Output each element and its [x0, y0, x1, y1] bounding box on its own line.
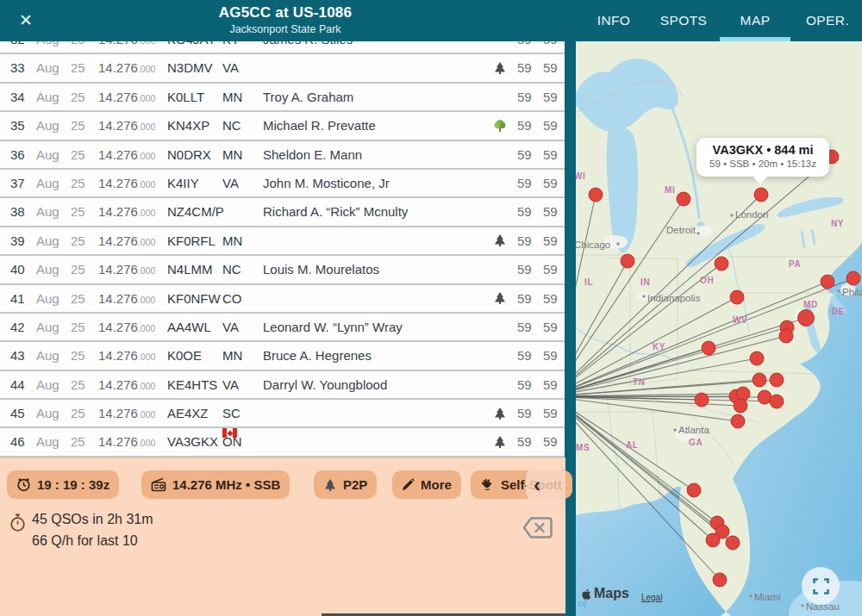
table-row[interactable]: 41Aug2514.276.000KF0NFWCO5959 [0, 285, 565, 314]
qso-operator-name: Darryl W. Youngblood [263, 371, 387, 398]
tab-spots[interactable]: SPOTS [657, 0, 710, 41]
qso-state: VA [222, 371, 239, 398]
table-row[interactable]: 38Aug2514.276.000NZ4CM/PRichard A. “Rick… [0, 198, 565, 227]
qso-rst-sent: 59 [517, 41, 532, 53]
table-row[interactable]: 40Aug2514.276.000N4LMMNCLouis M. Mourela… [0, 256, 565, 284]
clock-icon [16, 477, 31, 492]
contact-pin[interactable] [621, 254, 634, 268]
state-label: MI [665, 185, 675, 195]
contact-pin[interactable] [702, 341, 715, 355]
qso-state: ON [222, 428, 242, 455]
qso-frequency: 14.276.000 [98, 41, 155, 54]
qso-frequency: 14.276.000 [98, 141, 155, 170]
qso-month: Aug [36, 112, 59, 139]
qso-state: NC [222, 256, 241, 283]
table-row[interactable]: 44Aug2514.276.000KE4HTSVADarryl W. Young… [0, 371, 565, 400]
contact-pin[interactable] [770, 395, 784, 408]
tab-map[interactable]: MAP [733, 0, 778, 41]
tab-info[interactable]: INFO [588, 0, 640, 41]
qso-rst-rcvd: 59 [543, 342, 558, 369]
apple-icon [581, 588, 592, 600]
qso-day: 25 [71, 198, 85, 225]
contact-map[interactable]: ChicagoDetroitLondonIndianapolisAtlantaP… [576, 41, 862, 616]
legal-link[interactable]: Legal [641, 593, 662, 602]
pin-callout[interactable]: VA3GKX • 844 mi 59 • SSB • 20m • 15:13z [696, 138, 829, 177]
contact-pin[interactable] [589, 188, 603, 202]
backspace-icon[interactable] [522, 516, 553, 539]
table-row[interactable]: 35Aug2514.276.000KN4XPNCMichael R. Preva… [0, 112, 565, 140]
contact-pin[interactable] [677, 192, 690, 206]
contact-pin[interactable] [736, 387, 750, 401]
city-label: Chicago [576, 240, 610, 250]
table-row[interactable]: 46Aug2514.276.000VA3GKXON5959 [0, 428, 565, 457]
collapse-drawer-handle[interactable]: ‹ [526, 466, 565, 503]
table-row[interactable]: 42Aug2514.276.000AA4WLVALeonard W. “Lynn… [0, 314, 565, 342]
contact-pin[interactable] [731, 414, 745, 428]
qso-number: 42 [10, 314, 25, 340]
contact-pin[interactable] [750, 352, 764, 365]
qso-number: 43 [10, 342, 25, 369]
time-button[interactable]: 19 : 19 : 39z [7, 470, 119, 499]
state-label: GA [689, 438, 703, 447]
contact-pin[interactable] [695, 393, 709, 407]
qso-state: MN [222, 141, 242, 168]
qso-day: 25 [71, 54, 85, 81]
freq-mode: 14.276 MHz • SSB [172, 477, 280, 492]
p2p-button[interactable]: P2P [314, 470, 377, 499]
qso-operator-name: John M. Mosticone, Jr [263, 170, 390, 196]
qso-state: CO [222, 285, 242, 312]
qso-day: 25 [71, 112, 85, 139]
qso-number: 41 [10, 285, 25, 312]
table-row[interactable]: 37Aug2514.276.000K4IIYVAJohn M. Mosticon… [0, 170, 565, 198]
table-row[interactable]: 39Aug2514.276.000KF0RFLMN5959 [0, 227, 565, 256]
table-row[interactable]: 33Aug2514.276.000N3DMVVA5959 [0, 54, 565, 83]
qso-frequency: 14.276.000 [98, 170, 155, 198]
more-button[interactable]: More [392, 470, 461, 499]
p2p-label: P2P [343, 477, 367, 492]
qso-day: 25 [71, 84, 85, 110]
tab-oper[interactable]: OPER. [802, 0, 853, 41]
contact-pin[interactable] [713, 573, 727, 587]
table-row[interactable]: 36Aug2514.276.000N0DRXMNSheldon E. Mann5… [0, 141, 565, 170]
pota-logger-app: ✕ AG5CC at US-1086 Jacksonport State Par… [0, 0, 862, 616]
qso-month: Aug [36, 256, 59, 283]
qso-day: 25 [71, 314, 85, 340]
contact-pin[interactable] [734, 399, 747, 413]
close-icon[interactable]: ✕ [16, 10, 36, 31]
qso-log-table[interactable]: 32Aug2514.276.000KO4JAYKYJames R. Stiles… [0, 41, 565, 457]
contact-pin[interactable] [730, 290, 744, 304]
contact-pin[interactable] [753, 373, 766, 387]
contact-pin[interactable] [687, 483, 701, 497]
qso-day: 25 [71, 141, 85, 168]
table-row[interactable]: 43Aug2514.276.000K0OEMNBruce A. Hegrenes… [0, 342, 565, 370]
qso-rst-sent: 59 [517, 54, 532, 81]
qso-callsign: K0LLT [167, 84, 204, 110]
contact-pin[interactable] [754, 188, 768, 202]
table-row[interactable]: 34Aug2514.276.000K0LLTMNTroy A. Graham59… [0, 84, 565, 112]
qso-rst-rcvd: 59 [543, 198, 558, 225]
table-row[interactable]: 32Aug2514.276.000KO4JAYKYJames R. Stiles… [0, 41, 565, 54]
frequency-mode-button[interactable]: 14.276 MHz • SSB [141, 470, 290, 499]
qso-callsign: N4LMM [167, 256, 213, 283]
contact-pin[interactable] [821, 275, 834, 289]
fullscreen-button[interactable] [802, 567, 840, 605]
qso-rst-sent: 59 [517, 400, 532, 426]
contact-pin[interactable] [706, 533, 720, 547]
contact-pin[interactable] [798, 310, 815, 327]
city-label: Phila [842, 287, 862, 297]
contact-pin[interactable] [770, 373, 784, 387]
qso-frequency: 14.276.000 [98, 112, 155, 140]
qso-operator-name: Troy A. Graham [263, 84, 353, 110]
contact-pin[interactable] [846, 271, 860, 285]
city-label: Indianapolis [647, 293, 701, 303]
chevron-left-icon: ‹ [534, 475, 540, 495]
contact-pin[interactable] [726, 536, 740, 550]
panel-divider[interactable] [565, 41, 576, 616]
table-row[interactable]: 45Aug2514.276.000AE4XZSC5959 [0, 400, 565, 428]
qso-month: Aug [36, 84, 59, 110]
state-label: TN [633, 377, 646, 387]
qso-frequency: 14.276.000 [98, 371, 155, 400]
contact-pin[interactable] [779, 329, 793, 343]
contact-pin[interactable] [715, 257, 728, 271]
qso-number: 33 [10, 54, 25, 81]
